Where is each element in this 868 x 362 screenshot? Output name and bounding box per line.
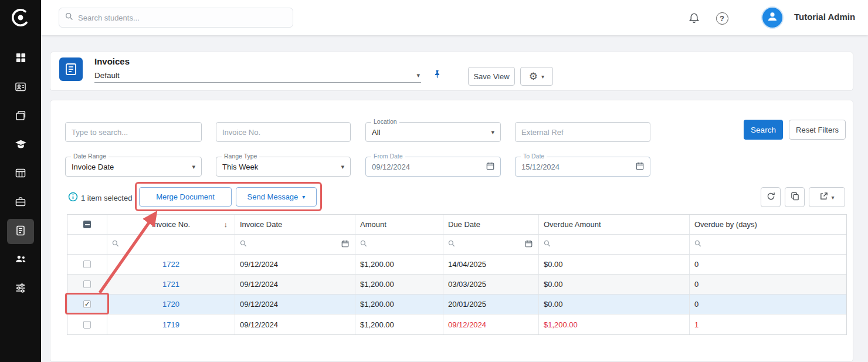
date-range-value: Invoice Date (72, 163, 114, 171)
sidebar-item-staff[interactable] (0, 246, 41, 275)
global-search[interactable] (59, 8, 293, 28)
location-select[interactable]: Location All ▾ (365, 122, 501, 142)
search-button[interactable]: Search (744, 120, 783, 140)
sidebar-item-settings[interactable] (0, 275, 41, 303)
column-label: Overdue by (days) (694, 220, 757, 229)
reset-filters-button[interactable]: Reset Filters (789, 120, 846, 140)
search-icon (448, 240, 455, 249)
sidebar-item-business[interactable] (0, 188, 41, 217)
cell-due-date: 14/04/2025 (443, 255, 539, 274)
column-header-overdue-days[interactable]: Overdue by (days) (690, 215, 846, 234)
sidebar-item-invoices[interactable] (0, 217, 41, 246)
sidebar (0, 0, 41, 362)
avatar[interactable] (761, 6, 784, 29)
register-icon (15, 110, 26, 124)
row-checkbox[interactable] (83, 260, 91, 268)
filter-invoice-date[interactable] (235, 235, 355, 254)
filter-due-date[interactable] (443, 235, 539, 254)
to-date-label: To Date (521, 153, 547, 160)
view-settings-button[interactable]: ⚙ ▾ (520, 67, 553, 86)
type-to-search-input[interactable] (65, 122, 202, 142)
invoice-link[interactable]: 1719 (162, 320, 179, 329)
sidebar-item-contacts[interactable] (0, 73, 41, 102)
search-icon (544, 240, 551, 249)
column-header-invoice-date[interactable]: Invoice Date (235, 215, 355, 234)
from-date-input[interactable]: From Date 09/12/2024 (365, 157, 501, 177)
table-filter-row (67, 235, 846, 255)
copy-button[interactable] (785, 187, 805, 207)
table-row-selected[interactable]: ✓ 1720 09/12/2024 $1,200.00 20/01/2025 $… (67, 295, 846, 314)
calendar-icon[interactable] (636, 162, 644, 172)
invoice-link[interactable]: 1720 (162, 300, 179, 309)
column-header-overdue-amount[interactable]: Overdue Amount (539, 215, 690, 234)
column-label: Overdue Amount (544, 220, 601, 229)
range-type-select[interactable]: Range Type This Week ▾ (216, 157, 351, 177)
calendar-icon[interactable] (525, 240, 533, 249)
people-icon (15, 253, 27, 268)
invoices-table: Invoice No. ↓ Invoice Date Amount Due Da… (67, 214, 847, 335)
to-date-value: 15/12/2024 (521, 163, 560, 171)
contact-card-icon (15, 81, 26, 95)
briefcase-icon (15, 196, 26, 210)
table-row[interactable]: 1721 09/12/2024 $1,200.00 03/03/2025 $0.… (67, 275, 846, 295)
table-row[interactable]: 1719 09/12/2024 $1,200.00 09/12/2024 $1,… (67, 314, 846, 334)
cell-overdue-days: 0 (690, 275, 846, 294)
cell-overdue-amount: $0.00 (539, 255, 690, 274)
row-checkbox-checked[interactable]: ✓ (83, 300, 91, 308)
table-row[interactable]: 1722 09/12/2024 $1,200.00 14/04/2025 $0.… (67, 255, 846, 275)
sidebar-item-reports[interactable] (0, 160, 41, 188)
row-checkbox[interactable] (83, 280, 91, 288)
filter-invoice-no[interactable] (107, 235, 235, 254)
search-input[interactable] (78, 13, 277, 22)
page-header-card: Invoices Default ▾ Save View ⚙ ▾ (50, 52, 853, 91)
view-selector[interactable]: Default ▾ (94, 69, 421, 83)
cell-invoice-date: 09/12/2024 (235, 275, 355, 294)
view-selector-value: Default (94, 71, 120, 80)
filter-overdue-amount[interactable] (539, 235, 690, 254)
pin-view-button[interactable] (429, 67, 445, 83)
column-header-due-date[interactable]: Due Date (443, 215, 539, 234)
cell-amount: $1,200.00 (355, 255, 443, 274)
sidebar-item-dashboard[interactable] (0, 45, 41, 73)
merge-document-label: Merge Document (156, 192, 215, 201)
user-icon (766, 10, 779, 25)
sidebar-item-classes[interactable] (0, 131, 41, 160)
send-message-button[interactable]: Send Message ▾ (236, 187, 317, 207)
sidebar-item-registers[interactable] (0, 102, 41, 131)
filter-amount[interactable] (355, 235, 443, 254)
invoice-link[interactable]: 1722 (162, 260, 179, 269)
location-value: All (372, 128, 380, 137)
chevron-down-icon: ▾ (491, 128, 494, 136)
date-range-select[interactable]: Date Range Invoice Date ▾ (65, 157, 202, 177)
refresh-button[interactable] (761, 187, 781, 207)
column-header-amount[interactable]: Amount (355, 215, 443, 234)
selection-count-text: 1 item selected (81, 194, 132, 202)
header-select-all-cell (67, 215, 107, 234)
invoice-link[interactable]: 1721 (162, 280, 179, 289)
location-label: Location (371, 118, 399, 125)
external-ref-input[interactable] (515, 122, 650, 142)
calendar-icon[interactable] (486, 162, 494, 172)
dashboard-icon (15, 52, 26, 66)
range-type-value: This Week (222, 163, 258, 171)
calendar-icon[interactable] (341, 240, 349, 249)
send-message-label: Send Message (247, 192, 299, 201)
sidebar-nav (0, 45, 41, 303)
row-checkbox[interactable] (83, 321, 91, 329)
help-button[interactable]: ? (714, 11, 730, 26)
save-view-button[interactable]: Save View (468, 67, 515, 86)
select-all-checkbox[interactable] (83, 221, 91, 228)
invoice-no-input[interactable] (216, 122, 351, 142)
help-icon: ? (716, 12, 728, 25)
sort-desc-icon[interactable]: ↓ (224, 220, 228, 229)
user-name[interactable]: Tutorial Admin (794, 12, 855, 22)
export-button[interactable]: ▾ (809, 187, 845, 207)
app-logo[interactable] (0, 4, 41, 34)
merge-document-button[interactable]: Merge Document (139, 187, 232, 207)
filter-overdue-days[interactable] (690, 235, 846, 254)
gear-icon: ⚙ (529, 72, 538, 82)
to-date-input[interactable]: To Date 15/12/2024 (515, 157, 650, 177)
column-header-invoice-no[interactable]: Invoice No. ↓ (107, 215, 235, 234)
chevron-down-icon: ▾ (541, 73, 544, 80)
notifications-button[interactable] (686, 11, 701, 26)
